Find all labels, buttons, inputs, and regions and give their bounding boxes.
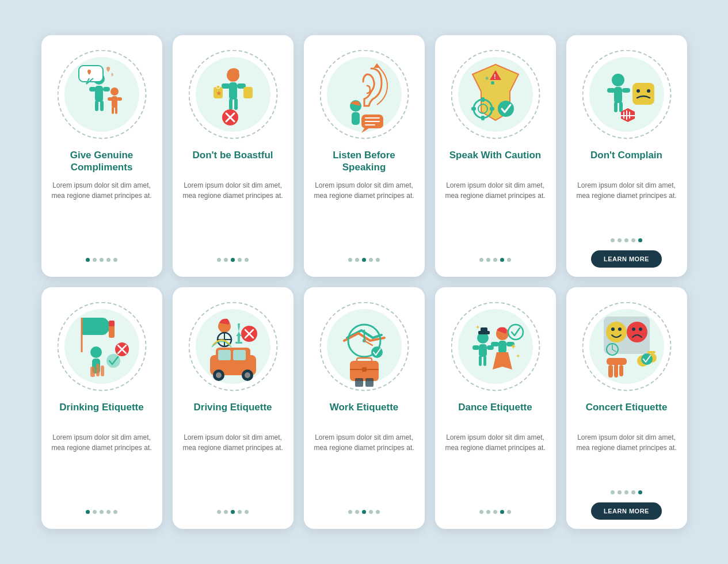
dot-4 [106,510,110,514]
card-body: Lorem ipsum dolor sit dim amet, mea regi… [51,180,153,251]
dot-1 [479,258,483,262]
card-dont-be-boastful: ★ Don't be Boastful Lorem ipsum dolor si… [173,35,294,277]
svg-rect-126 [647,351,655,353]
svg-rect-9 [117,97,122,101]
pagination-dots [611,490,642,494]
card-body: Lorem ipsum dolor sit dim amet, mea regi… [575,432,678,483]
dot-2 [93,258,97,262]
card-body: Lorem ipsum dolor sit dim amet, mea regi… [182,180,284,251]
card-title: Concert Etiquette [586,401,668,426]
pagination-dots [86,258,117,262]
svg-rect-71 [96,364,100,376]
pagination-dots [217,510,249,514]
svg-rect-50 [607,88,615,93]
svg-rect-112 [483,356,486,366]
svg-rect-111 [479,356,482,366]
card-footer [313,510,416,520]
dot-4 [500,510,504,514]
illustration-concert-etiquette [581,298,673,395]
svg-point-42 [498,101,514,117]
card-footer [182,258,284,268]
learn-more-button-1[interactable]: LEARN MORE [591,250,662,268]
dot-5 [376,258,380,262]
card-work-etiquette: Work Etiquette Lorem ipsum dolor sit dim… [304,287,425,529]
dot-2 [355,510,359,514]
illustration-work-etiquette [318,298,410,395]
svg-point-122 [632,327,635,331]
svg-rect-72 [101,365,104,376]
illustration-listen-before-speaking [318,45,410,143]
dot-1 [86,510,90,514]
card-title: Don't Complain [590,149,662,174]
svg-rect-70 [90,367,95,377]
svg-point-120 [618,327,622,331]
card-grid: Give Genuine Compliments Lorem ipsum dol… [41,35,687,529]
svg-rect-63 [109,321,115,326]
card-body: Lorem ipsum dolor sit dim amet, mea regi… [182,432,284,503]
svg-rect-5 [100,101,104,111]
svg-rect-98 [362,367,367,372]
card-listen-before-speaking: Listen Before Speaking Lorem ipsum dolor… [304,35,425,277]
illustration-dont-be-boastful: ★ [187,45,279,143]
svg-rect-49 [614,87,622,103]
dot-1 [479,510,483,514]
dot-2 [618,490,622,494]
card-footer: LEARN MORE [575,238,678,268]
pagination-dots [348,258,380,262]
card-body: Lorem ipsum dolor sit dim amet, mea regi… [444,432,547,503]
learn-more-button-2[interactable]: LEARN MORE [591,502,662,520]
dot-3 [493,510,497,514]
pagination-dots [479,258,511,262]
card-body: Lorem ipsum dolor sit dim amet, mea regi… [575,180,678,231]
dot-1 [348,510,352,514]
illustration-driving-etiquette [187,298,279,395]
card-body: Lorem ipsum dolor sit dim amet, mea regi… [313,180,416,251]
svg-rect-15 [222,83,230,89]
svg-rect-53 [619,102,623,112]
card-footer [444,258,547,268]
svg-rect-59 [82,318,105,335]
card-title: Dance Etiquette [458,401,532,426]
card-footer [182,510,284,520]
svg-text:✦: ✦ [475,324,480,330]
svg-point-6 [110,87,119,96]
dot-3 [362,258,366,262]
dot-4 [238,510,242,514]
svg-point-48 [612,74,624,86]
dot-2 [224,258,228,262]
svg-point-119 [611,327,615,331]
illustration-drinking-etiquette [56,298,148,395]
dot-2 [486,258,490,262]
svg-rect-11 [115,106,117,114]
svg-point-118 [606,322,627,342]
svg-rect-41 [490,107,494,110]
svg-point-80 [245,372,250,378]
svg-point-113 [508,325,523,340]
svg-point-47 [647,89,650,93]
pagination-dots [217,258,249,262]
card-driving-etiquette: Driving Etiquette Lorem ipsum dolor sit … [173,287,294,529]
svg-text:✦: ✦ [510,342,517,351]
svg-point-64 [90,346,102,358]
card-dont-complain: Don't Complain Lorem ipsum dolor sit dim… [566,35,687,277]
card-title: Driving Etiquette [193,401,272,426]
card-title: Drinking Etiquette [59,401,143,426]
svg-rect-2 [89,87,96,92]
svg-rect-110 [487,345,494,350]
card-body: Lorem ipsum dolor sit dim amet, mea regi… [444,180,547,251]
card-concert-etiquette: Concert Etiquette Lorem ipsum dolor sit … [566,287,687,529]
card-speak-with-caution: ! Speak With Caution Lorem ipsum dolor s… [435,35,556,277]
svg-rect-40 [471,107,476,110]
svg-rect-28 [352,112,360,125]
dot-5 [245,258,249,262]
dot-3 [362,510,366,514]
card-title: Don't be Boastful [192,149,273,174]
svg-rect-75 [218,350,231,360]
svg-rect-4 [95,101,98,111]
svg-rect-109 [472,345,479,350]
illustration-give-genuine-compliments [56,45,148,143]
card-footer: LEARN MORE [575,490,678,520]
dot-3 [100,510,104,514]
card-give-genuine-compliments: Give Genuine Compliments Lorem ipsum dol… [41,35,162,277]
dot-5 [113,510,117,514]
